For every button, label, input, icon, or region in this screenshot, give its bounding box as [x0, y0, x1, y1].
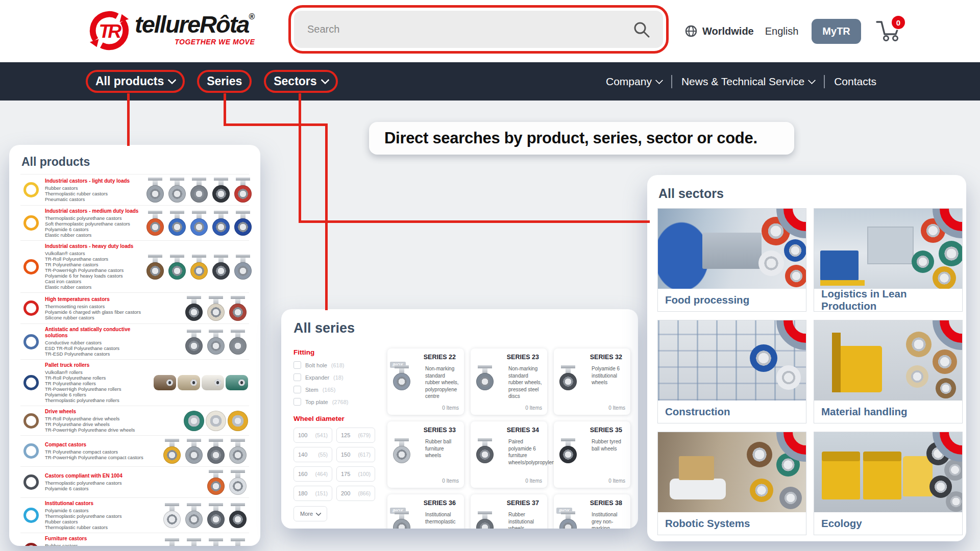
sector-tile-robotic-systems[interactable]: Robotic Systems — [657, 432, 806, 535]
product-subcategory-link[interactable]: Conductive rubber castors — [45, 340, 145, 345]
product-subcategory-link[interactable]: Thermoplastic rubber castors — [45, 524, 145, 530]
product-subcategory-link[interactable]: TR-PowerHigh Polyurethane rollers — [45, 386, 145, 392]
checkbox-icon[interactable] — [293, 398, 301, 406]
nav-series[interactable]: Series — [207, 74, 242, 88]
checkbox-icon[interactable] — [293, 361, 301, 369]
product-subcategory-link[interactable]: Vulkollan® rollers — [45, 369, 145, 375]
product-subcategory-link[interactable]: Silicone rubber castors — [45, 315, 145, 320]
brand-logo[interactable]: TR tellureRôta® TOGETHER WE MOVE — [87, 8, 255, 53]
product-subcategory-link[interactable]: Thermoplastic polyurethane castors — [45, 480, 145, 486]
product-subcategory-link[interactable]: Soft thermoplastic polyurethane castors — [45, 221, 145, 227]
product-subcategory-link[interactable]: TR-Roll Polyurethane rollers — [45, 375, 145, 381]
series-card-23[interactable]: SERIES 23 Non-marking standard rubber wh… — [471, 348, 547, 415]
product-subcategory-link[interactable]: Pneumatic castors — [45, 196, 145, 202]
diameter-filter-180[interactable]: 180(151) — [293, 486, 332, 501]
product-subcategory-link[interactable]: Polyamide 6 rollers — [45, 392, 145, 397]
search-icon[interactable] — [632, 20, 651, 39]
product-subcategory-link[interactable]: TR Polyurethane castors — [45, 262, 145, 267]
product-subcategory-link[interactable]: Thermoplastic rubber castors — [45, 191, 145, 196]
product-subcategory-link[interactable]: TR Polyurethane compact castors — [45, 449, 145, 455]
sector-tile-construction[interactable]: Construction — [657, 320, 806, 423]
product-category-link[interactable]: High temperatures castors — [45, 296, 145, 303]
series-card-37[interactable]: SERIES 37 Rubber institutional wheels — [471, 494, 547, 529]
sector-tile-food-processing[interactable]: Food processing — [657, 208, 806, 312]
product-subcategory-link[interactable]: Polyamide 6 charged with glass fiber cas… — [45, 309, 145, 315]
product-subcategory-link[interactable]: TR-Roll Polyurethane castors — [45, 256, 145, 262]
checkbox-icon[interactable] — [293, 373, 301, 381]
product-subcategory-link[interactable]: TR-ESD Polyurethane castors — [45, 351, 145, 357]
product-subcategory-link[interactable]: Rubber castors — [45, 543, 145, 546]
product-subcategory-link[interactable]: Polyamide 6 castors — [45, 508, 145, 513]
mytr-button[interactable]: MyTR — [812, 19, 861, 44]
nav-all-products[interactable]: All products — [95, 74, 175, 88]
region-selector[interactable]: Worldwide — [702, 26, 754, 37]
product-subcategory-link[interactable]: TR-PowerHigh Polyurethane castors — [45, 267, 145, 273]
nav-company[interactable]: Company — [606, 76, 662, 88]
product-category-link[interactable]: Industrial castors - medium duty loads — [45, 208, 145, 214]
product-category-link[interactable]: Industrial castors - heavy duty loads — [45, 243, 145, 249]
product-subcategory-link[interactable]: Rubber castors — [45, 185, 145, 191]
product-category-link[interactable]: Pallet truck rollers — [45, 362, 145, 368]
product-subcategory-link[interactable]: Elastic rubber castors — [45, 284, 145, 290]
cart-button[interactable]: 0 — [875, 18, 904, 44]
product-subcategory-link[interactable]: ESD TR-Roll Polyurethane castors — [45, 345, 145, 351]
product-subcategory-link[interactable]: Vulkollan® castors — [45, 251, 145, 256]
series-card-22[interactable]: SERIES 22 INOX Non-marking standard rubb… — [387, 348, 464, 415]
sector-label: Logistics in Lean Production — [814, 289, 962, 311]
product-category-link[interactable]: Castors compliant with EN 1004 — [45, 473, 145, 479]
product-subcategory-link[interactable]: Rubber castors — [45, 519, 145, 524]
product-category-link[interactable]: Antistatic and statically conductive sol… — [45, 327, 145, 339]
series-card-34[interactable]: SERIES 34 Paired polyamide 6 furniture w… — [471, 421, 547, 488]
diameter-filter-125[interactable]: 125(679) — [336, 428, 375, 443]
series-card-32[interactable]: SERIES 32 Polyamide 6 institutional whee… — [554, 348, 630, 415]
diameter-filter-140[interactable]: 140(55) — [293, 447, 332, 462]
product-subcategory-link[interactable]: TR Polyurethane drive wheels — [45, 421, 145, 427]
nav-contacts[interactable]: Contacts — [834, 76, 876, 88]
product-subcategory-link[interactable]: TR-PowerHigh Polyurethane drive wheels — [45, 427, 145, 433]
filter-checkbox-top-plate[interactable]: Top plate (2768) — [293, 398, 379, 406]
product-subcategory-link[interactable]: TR-PowerHigh Polyurethane compact castor… — [45, 455, 145, 460]
search-bar[interactable] — [294, 11, 663, 48]
search-input[interactable] — [306, 23, 632, 36]
product-subcategory-link[interactable]: Thermosetting resin castors — [45, 304, 145, 309]
filter-checkbox-expander[interactable]: Expander (18) — [293, 373, 379, 381]
product-subcategory-link[interactable]: Cast iron castors — [45, 279, 145, 284]
product-subcategory-link[interactable]: Elastic rubber castors — [45, 232, 145, 238]
product-subcategory-link[interactable]: Thermoplastic polyurethane castors — [45, 215, 145, 221]
checkbox-icon[interactable] — [293, 386, 301, 393]
sector-tile-ecology[interactable]: Ecology — [814, 432, 963, 535]
series-card-35[interactable]: SERIES 35 Rubber tyred ball wheels 0 Ite… — [554, 421, 630, 488]
sector-tile-logistics[interactable]: Logistics in Lean Production — [814, 208, 963, 312]
diameter-filter-200[interactable]: 200(866) — [336, 486, 375, 501]
diameter-filter-175[interactable]: 175(100) — [336, 466, 375, 482]
language-selector[interactable]: English — [765, 26, 799, 37]
filter-checkbox-stem[interactable]: Stem (165) — [293, 386, 379, 393]
more-diameters-button[interactable]: More — [293, 506, 327, 521]
series-card-33[interactable]: SERIES 33 Rubber ball furniture wheels 0… — [387, 421, 464, 488]
product-subcategory-link[interactable]: Polyamide 6 castors — [45, 486, 145, 491]
diameter-filter-160[interactable]: 160(464) — [293, 466, 332, 482]
product-category-link[interactable]: Industrial castors - light duty loads — [45, 178, 145, 184]
product-subcategory-link[interactable]: TR Polyurethane rollers — [45, 381, 145, 386]
products-panel-title: All products — [21, 155, 249, 169]
product-subcategory-link[interactable]: Thermoplastic polyurethane castors — [45, 513, 145, 519]
series-card-36[interactable]: SERIES 36 INOX Institutional thermoplast… — [387, 494, 464, 529]
sector-tile-material-handling[interactable]: Material handling — [814, 320, 963, 423]
nav-sectors[interactable]: Sectors — [274, 74, 328, 88]
product-subcategory-link[interactable]: Polyamide 6 for heavy loads castors — [45, 273, 145, 279]
product-category-link[interactable]: Compact castors — [45, 442, 145, 448]
product-subcategory-link[interactable]: Thermoplastic polyurethane rollers — [45, 397, 145, 403]
product-subcategory-link[interactable]: TR-Roll Polyurethane drive wheels — [45, 416, 145, 421]
product-category-link[interactable]: Drive wheels — [45, 409, 145, 415]
series-item-count: 0 Items — [442, 405, 459, 411]
product-subcategory-link[interactable]: Polyamide 6 castors — [45, 227, 145, 232]
product-category-link[interactable]: Furniture castors — [45, 536, 145, 542]
diameter-filter-100[interactable]: 100(541) — [293, 428, 332, 443]
series-item-count: 0 Items — [525, 405, 542, 411]
product-category-link[interactable]: Institutional castors — [45, 500, 145, 507]
filter-checkbox-bolt-hole[interactable]: Bolt hole (618) — [293, 361, 379, 369]
series-item-count: 0 Items — [525, 478, 542, 484]
nav-news[interactable]: News & Technical Service — [681, 76, 815, 88]
diameter-filter-150[interactable]: 150(617) — [336, 447, 375, 462]
series-card-38[interactable]: SERIES 38 INOX Institutional grey non-ma… — [554, 494, 630, 529]
